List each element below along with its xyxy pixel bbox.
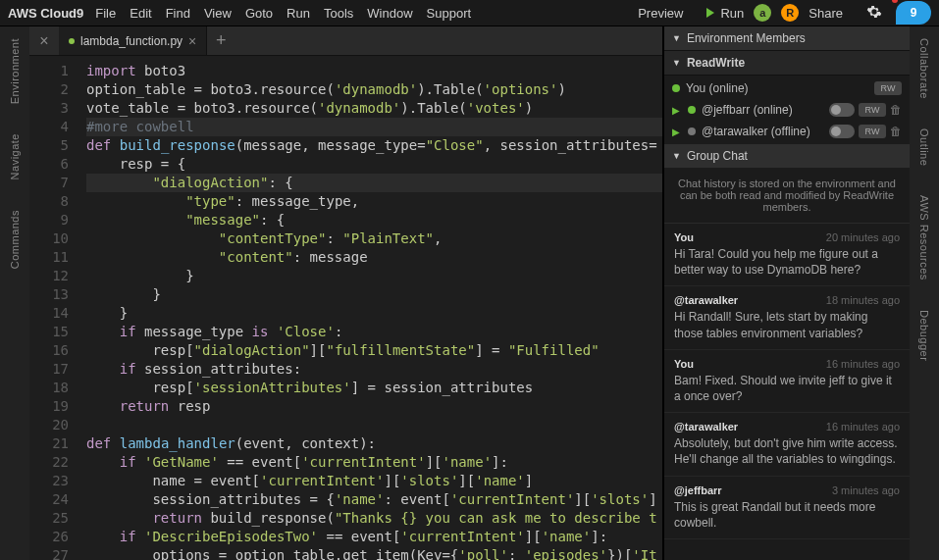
env-members-header[interactable]: ▼ Environment Members: [664, 26, 910, 51]
trash-icon[interactable]: 🗑: [890, 103, 902, 117]
code-line[interactable]: }: [86, 267, 662, 285]
code-line[interactable]: import boto3: [86, 62, 662, 80]
code-line[interactable]: "contentType": "PlainText",: [86, 229, 662, 248]
collaborate-panel: ▼ Environment Members ▼ ReadWrite You (o…: [663, 26, 910, 560]
play-icon: [706, 8, 714, 18]
code-line[interactable]: resp['sessionAttributes'] = session_attr…: [86, 379, 662, 397]
member-row[interactable]: You (online)RW: [664, 77, 910, 99]
rail-commands[interactable]: Commands: [9, 210, 21, 269]
rail-outline[interactable]: Outline: [918, 128, 930, 166]
chat-info: Chat history is stored on the environmen…: [664, 168, 910, 224]
trash-icon[interactable]: 🗑: [890, 125, 902, 138]
rw-toggle[interactable]: [829, 103, 855, 117]
brand: AWS Cloud9: [8, 6, 83, 21]
chevron-down-icon: ▼: [672, 33, 681, 43]
code-line[interactable]: #more cowbell: [86, 118, 662, 136]
presence-dot-icon: [688, 127, 696, 135]
menubar: AWS Cloud9 File Edit Find View Goto Run …: [0, 0, 939, 26]
code-line[interactable]: if 'DescribeEpisodesTwo' == event['curre…: [86, 528, 662, 546]
msg-text: Absolutely, but don't give him write acc…: [674, 435, 900, 467]
rail-debugger[interactable]: Debugger: [918, 310, 930, 361]
msg-text: Bam! Fixed. Should we invite jeff to giv…: [674, 373, 900, 404]
run-button[interactable]: Run: [706, 6, 744, 21]
add-tab-button[interactable]: +: [207, 26, 235, 55]
code-line[interactable]: option_table = boto3.resource('dynamodb'…: [86, 80, 662, 99]
rail-environment[interactable]: Environment: [9, 38, 21, 104]
code-line[interactable]: "content": message: [86, 248, 662, 267]
member-name: You (online): [686, 81, 749, 95]
code-line[interactable]: def lambda_handler(event, context):: [86, 434, 662, 453]
avatar-a-icon[interactable]: a: [754, 4, 771, 22]
gear-icon[interactable]: [866, 4, 882, 23]
code-line[interactable]: options = option_table.get_item(Key={'po…: [86, 546, 662, 560]
menu-window[interactable]: Window: [367, 6, 412, 21]
menu-file[interactable]: File: [95, 6, 116, 21]
menu-edit[interactable]: Edit: [130, 6, 151, 21]
readwrite-header[interactable]: ▼ ReadWrite: [664, 51, 910, 76]
code-line[interactable]: if 'GetName' == event['currentIntent']['…: [86, 453, 662, 472]
tabbar: × lambda_function.py × +: [29, 26, 662, 56]
msg-time: 16 minutes ago: [826, 421, 900, 433]
code-line[interactable]: session_attributes = {'name': event['cur…: [86, 490, 662, 509]
file-tab-lambda[interactable]: lambda_function.py ×: [59, 26, 207, 55]
code-line[interactable]: }: [86, 285, 662, 304]
code-line[interactable]: }: [86, 304, 662, 323]
msg-time: 18 minutes ago: [826, 294, 900, 306]
rw-badge: RW: [874, 81, 902, 95]
preview-button[interactable]: Preview: [638, 6, 683, 21]
editor-area: × lambda_function.py × + 123456789101112…: [29, 26, 663, 560]
group-chat-header[interactable]: ▼ Group Chat: [664, 144, 910, 168]
code-line[interactable]: "dialogAction": {: [86, 174, 662, 192]
menu-goto[interactable]: Goto: [245, 6, 273, 21]
msg-text: Hi Tara! Could you help me figure out a …: [674, 246, 900, 278]
arrow-right-icon: ▶: [672, 127, 680, 137]
rw-toggle[interactable]: [829, 125, 855, 138]
code-line[interactable]: "type": message_type,: [86, 192, 662, 211]
code-line[interactable]: resp["dialogAction"]["fulfillmentState"]…: [86, 341, 662, 360]
file-modified-dot-icon: [69, 38, 75, 44]
menu-view[interactable]: View: [204, 6, 232, 21]
arrow-right-icon: ▶: [672, 105, 680, 116]
share-button[interactable]: Share: [809, 6, 843, 21]
menu-tools[interactable]: Tools: [324, 6, 353, 21]
code-line[interactable]: if session_attributes:: [86, 360, 662, 379]
msg-time: 16 minutes ago: [826, 358, 900, 370]
rw-badge: RW: [859, 125, 886, 138]
code-line[interactable]: if message_type is 'Close':: [86, 323, 662, 341]
code-line[interactable]: return build_response("Thanks {} you can…: [86, 509, 662, 528]
close-tab-icon[interactable]: ×: [188, 33, 196, 49]
code-line[interactable]: name = event['currentIntent']['slots']['…: [86, 472, 662, 490]
chat-message: @tarawalker16 minutes agoAbsolutely, but…: [664, 413, 910, 476]
close-welcome-icon[interactable]: ×: [29, 26, 59, 55]
rail-aws-resources[interactable]: AWS Resources: [918, 195, 930, 280]
code-line[interactable]: resp = {: [86, 155, 662, 174]
code-line[interactable]: return resp: [86, 397, 662, 416]
code-line[interactable]: vote_table = boto3.resource('dynamodb').…: [86, 99, 662, 118]
code-editor[interactable]: 1234567891011121314151617181920212223242…: [29, 56, 662, 560]
rail-collaborate[interactable]: Collaborate: [918, 38, 930, 99]
menu-support[interactable]: Support: [427, 6, 472, 21]
member-row[interactable]: ▶@tarawalker (offline)RW🗑: [664, 121, 910, 142]
menu-run[interactable]: Run: [287, 6, 310, 21]
chevron-down-icon: ▼: [672, 151, 681, 161]
chat-message: You20 minutes agoHi Tara! Could you help…: [664, 224, 910, 286]
menu-find[interactable]: Find: [166, 6, 190, 21]
msg-time: 20 minutes ago: [826, 231, 900, 243]
left-rail: Environment Navigate Commands: [0, 26, 29, 560]
cloud9-badge-icon[interactable]: 9: [896, 1, 931, 25]
rw-badge: RW: [859, 103, 886, 117]
rail-navigate[interactable]: Navigate: [9, 133, 21, 179]
msg-time: 3 minutes ago: [832, 484, 900, 496]
right-rail: Collaborate Outline AWS Resources Debugg…: [910, 26, 939, 560]
msg-author: @jeffbarr: [674, 484, 722, 496]
code-line[interactable]: [86, 416, 662, 434]
msg-author: You: [674, 231, 694, 243]
member-row[interactable]: ▶@jeffbarr (online)RW🗑: [664, 99, 910, 121]
msg-author: @tarawalker: [674, 294, 738, 306]
code-line[interactable]: "message": {: [86, 211, 662, 229]
msg-author: @tarawalker: [674, 421, 738, 433]
presence-dot-icon: [672, 84, 680, 92]
avatar-r-icon[interactable]: R: [781, 4, 799, 22]
code-line[interactable]: def build_response(message, message_type…: [86, 136, 662, 155]
run-label: Run: [720, 6, 744, 21]
